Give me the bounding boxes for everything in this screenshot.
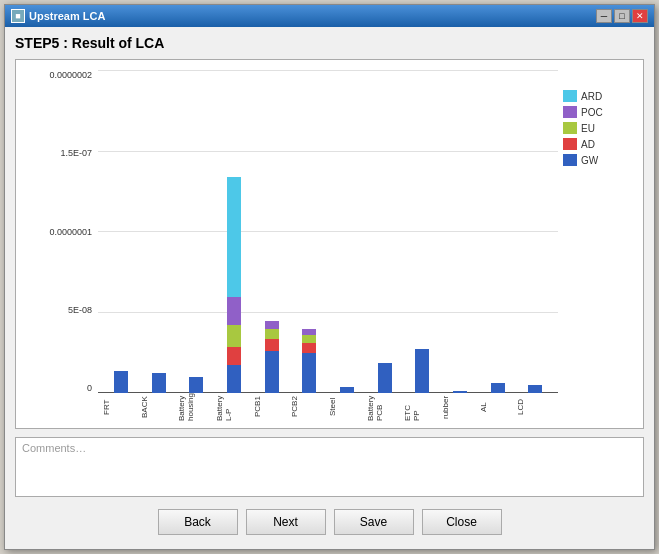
comments-box[interactable]: Comments…: [15, 437, 644, 497]
x-label-1: BACK: [140, 393, 178, 421]
legend-label-GW: GW: [581, 155, 598, 166]
bar-stack-0: [114, 371, 128, 393]
legend-item-EU: EU: [563, 122, 633, 134]
bar-segment-GW: [152, 373, 166, 393]
bar-group-LCD: [516, 385, 554, 393]
bar-segment-GW: [378, 363, 392, 393]
bar-stack-2: [189, 377, 203, 393]
x-labels: FRTBACKBattery housingBattery L-PPCB1PCB…: [98, 393, 558, 423]
legend-label-AD: AD: [581, 139, 595, 150]
title-buttons: ─ □ ✕: [596, 9, 648, 23]
bar-segment-AD: [227, 347, 241, 365]
bar-group-FRT: [102, 371, 140, 393]
legend-color-GW: [563, 154, 577, 166]
comments-placeholder: Comments…: [22, 442, 86, 454]
bar-group-Battery-PCB: [366, 363, 404, 393]
legend-label-EU: EU: [581, 123, 595, 134]
maximize-button[interactable]: □: [614, 9, 630, 23]
bar-segment-GW: [114, 371, 128, 393]
x-label-7: Battery PCB: [366, 393, 404, 421]
bar-segment-EU: [265, 329, 279, 339]
y-label-3: 1.5E-07: [26, 148, 92, 158]
bar-segment-EU: [227, 325, 241, 347]
minimize-button[interactable]: ─: [596, 9, 612, 23]
chart-plot: FRTBACKBattery housingBattery L-PPCB1PCB…: [98, 70, 558, 423]
bar-group-Battery-L-P: [215, 177, 253, 393]
bar-segment-GW: [491, 383, 505, 393]
main-window: ■ Upstream LCA ─ □ ✕ STEP5 : Result of L…: [4, 4, 655, 550]
x-label-11: LCD: [516, 393, 554, 421]
close-button[interactable]: Close: [422, 509, 502, 535]
legend-color-ARD: [563, 90, 577, 102]
legend-color-AD: [563, 138, 577, 150]
x-label-0: FRT: [102, 393, 140, 421]
title-bar: ■ Upstream LCA ─ □ ✕: [5, 5, 654, 27]
content-area: STEP5 : Result of LCA 0 5E-08 0.0000001 …: [5, 27, 654, 549]
save-button[interactable]: Save: [334, 509, 414, 535]
y-label-0: 0: [26, 383, 92, 393]
bar-stack-4: [265, 321, 279, 393]
bar-group-BACK: [140, 373, 178, 393]
legend-label-ARD: ARD: [581, 91, 602, 102]
x-label-2: Battery housing: [177, 393, 215, 421]
bar-segment-GW: [265, 351, 279, 393]
legend-item-GW: GW: [563, 154, 633, 166]
chart-area: 0 5E-08 0.0000001 1.5E-07 0.0000002: [26, 70, 563, 423]
bar-segment-EU: [302, 335, 316, 343]
bar-segment-GW: [189, 377, 203, 393]
window-close-button[interactable]: ✕: [632, 9, 648, 23]
legend-item-AD: AD: [563, 138, 633, 150]
x-label-8: ETC PP: [403, 393, 441, 421]
legend-color-EU: [563, 122, 577, 134]
title-bar-left: ■ Upstream LCA: [11, 9, 105, 23]
bar-stack-8: [415, 349, 429, 393]
bar-stack-10: [491, 383, 505, 393]
bar-stack-1: [152, 373, 166, 393]
bar-segment-GW: [415, 349, 429, 393]
bar-segment-GW: [528, 385, 542, 393]
footer-buttons: Back Next Save Close: [15, 505, 644, 541]
x-label-3: Battery L-P: [215, 393, 253, 421]
legend-item-ARD: ARD: [563, 90, 633, 102]
x-label-5: PCB2: [290, 393, 328, 421]
back-button[interactable]: Back: [158, 509, 238, 535]
next-button[interactable]: Next: [246, 509, 326, 535]
legend-color-POC: [563, 106, 577, 118]
bar-segment-ARD: [227, 177, 241, 297]
x-label-6: Steel: [328, 393, 366, 421]
bar-segment-AD: [265, 339, 279, 351]
bar-group-ETC-PP: [403, 349, 441, 393]
x-label-4: PCB1: [253, 393, 291, 421]
x-label-9: rubber: [441, 393, 479, 421]
chart-container: 0 5E-08 0.0000001 1.5E-07 0.0000002: [15, 59, 644, 429]
bars-area: [98, 70, 558, 393]
bar-group-Battery-housing: [177, 377, 215, 393]
x-label-10: AL: [479, 393, 517, 421]
step-title: STEP5 : Result of LCA: [15, 35, 644, 51]
legend-label-POC: POC: [581, 107, 603, 118]
bar-segment-GW: [302, 353, 316, 393]
bar-stack-5: [302, 329, 316, 393]
y-axis: 0 5E-08 0.0000001 1.5E-07 0.0000002: [26, 70, 96, 393]
bar-group-AL: [479, 383, 517, 393]
legend-item-POC: POC: [563, 106, 633, 118]
bar-segment-POC: [265, 321, 279, 329]
window-title: Upstream LCA: [29, 10, 105, 22]
bar-stack-7: [378, 363, 392, 393]
bar-stack-3: [227, 177, 241, 393]
window-icon: ■: [11, 9, 25, 23]
bar-segment-POC: [227, 297, 241, 325]
bar-stack-11: [528, 385, 542, 393]
y-label-2: 0.0000001: [26, 227, 92, 237]
bar-group-PCB2: [290, 329, 328, 393]
chart-legend: ARDPOCEUADGW: [563, 70, 633, 423]
y-label-4: 0.0000002: [26, 70, 92, 80]
bar-segment-GW: [227, 365, 241, 393]
bar-segment-AD: [302, 343, 316, 353]
bar-group-PCB1: [253, 321, 291, 393]
y-label-1: 5E-08: [26, 305, 92, 315]
